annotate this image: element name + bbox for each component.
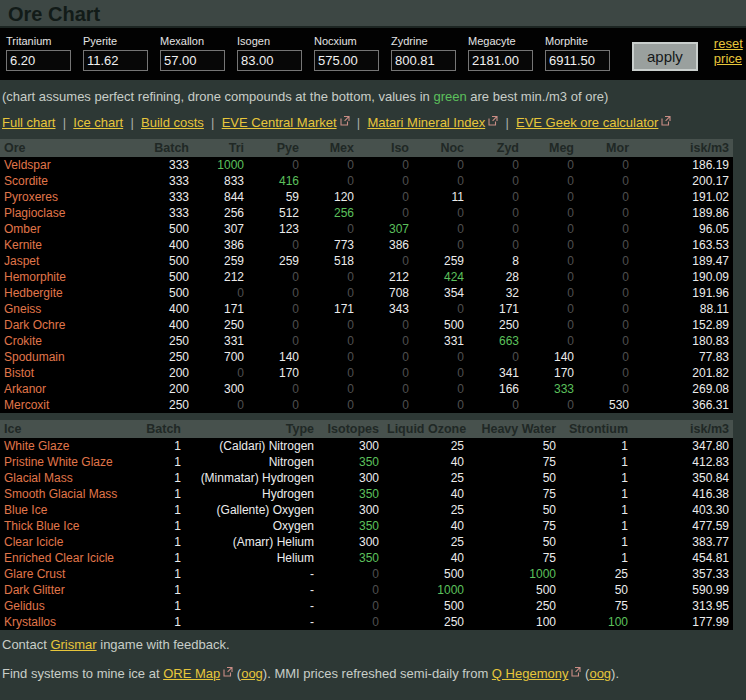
cell-value: 250	[468, 598, 560, 614]
cell-value: 200.17	[633, 173, 733, 189]
cell-value: 0	[303, 269, 358, 285]
nav-link-full-chart[interactable]: Full chart	[2, 115, 55, 130]
cell-value: 350	[318, 454, 383, 470]
cell-value: 0	[578, 253, 633, 269]
cell-value: 357.33	[632, 566, 733, 582]
price-field-label: Isogen	[237, 35, 306, 47]
nav-link-matari-mineral-index[interactable]: Matari Mineral Index	[367, 115, 485, 130]
cell-value: 350	[318, 518, 383, 534]
cell-value: 500	[120, 253, 193, 269]
nav-link-eve-central-market[interactable]: EVE Central Market	[222, 115, 337, 130]
cell-value: 0	[578, 237, 633, 253]
cell-value: 171	[193, 301, 248, 317]
pyerite-price-input[interactable]	[83, 50, 148, 71]
nocxium-price-input[interactable]	[314, 50, 379, 71]
reset-price-link[interactable]: reset price	[714, 36, 743, 66]
cell-value: 331	[413, 333, 468, 349]
cell-value: 0	[358, 397, 413, 413]
table-row: Blue Ice1(Gallente) Oxygen30025501403.30	[0, 502, 733, 518]
cell-value: 500	[413, 317, 468, 333]
column-header-mor: Mor	[578, 139, 633, 157]
grismar-link[interactable]: Grismar	[50, 637, 96, 652]
cell-value: 500	[120, 269, 193, 285]
cell-value: 0	[303, 365, 358, 381]
cell-value: 383.77	[632, 534, 733, 550]
ice-name: Clear Icicle	[0, 534, 120, 550]
cell-value: 0	[413, 173, 468, 189]
column-header-ice: Ice	[0, 420, 120, 438]
morphite-price-input[interactable]	[545, 50, 610, 71]
cell-value: 0	[578, 157, 633, 173]
nav-link-build-costs[interactable]: Build costs	[141, 115, 204, 130]
cell-value: 500	[383, 598, 468, 614]
external-link-icon	[661, 114, 671, 129]
megacyte-price-input[interactable]	[468, 50, 533, 71]
cell-value: 0	[578, 365, 633, 381]
cell-value: 50	[560, 582, 632, 598]
ore-name: Arkanor	[0, 381, 120, 397]
cell-value: 200	[120, 365, 193, 381]
ore-name: Crokite	[0, 333, 120, 349]
table-row: Glare Crust1-0500100025357.33	[0, 566, 733, 582]
column-header-isk-m3: isk/m3	[632, 420, 733, 438]
cell-value: 166	[468, 381, 523, 397]
cell-value: 341	[468, 365, 523, 381]
cell-value: 0	[413, 397, 468, 413]
cell-value: 0	[193, 285, 248, 301]
cell-value: 0	[468, 221, 523, 237]
price-field-label: Mexallon	[160, 35, 229, 47]
cell-value: 0	[318, 614, 383, 630]
nav-link-ice-chart[interactable]: Ice chart	[73, 115, 123, 130]
cell-value: 75	[468, 518, 560, 534]
cell-value: 0	[523, 173, 578, 189]
cell-value: 25	[383, 470, 468, 486]
zydrine-price-input[interactable]	[391, 50, 456, 71]
cell-value: 1	[120, 566, 185, 582]
cell-value: 0	[468, 237, 523, 253]
tritanium-price-input[interactable]	[6, 50, 71, 71]
cell-value: 424	[413, 269, 468, 285]
cell-value: 500	[120, 285, 193, 301]
apply-button[interactable]: apply	[632, 42, 698, 71]
ore-name: Omber	[0, 221, 120, 237]
cell-value: 1	[120, 598, 185, 614]
oog-link-2[interactable]: oog	[589, 666, 611, 681]
cell-value: 1	[560, 534, 632, 550]
cell-value: 259	[413, 253, 468, 269]
cell-value: 0	[193, 397, 248, 413]
ice-name: Pristine White Glaze	[0, 454, 120, 470]
cell-value: 0	[578, 333, 633, 349]
cell-value: 500	[383, 566, 468, 582]
column-header-liquid-ozone: Liquid Ozone	[383, 420, 468, 438]
cell-value: 0	[303, 349, 358, 365]
cell-value: 844	[193, 189, 248, 205]
table-row: Gelidus1-050025075313.95	[0, 598, 733, 614]
cell-value: 0	[578, 221, 633, 237]
cell-value: 0	[358, 381, 413, 397]
isogen-price-input[interactable]	[237, 50, 302, 71]
cell-value: 191.02	[633, 189, 733, 205]
oog-link-1[interactable]: oog	[241, 666, 263, 681]
cell-value: 1	[120, 582, 185, 598]
column-header-noc: Noc	[413, 139, 468, 157]
cell-value: 25	[560, 566, 632, 582]
ore-name: Dark Ochre	[0, 317, 120, 333]
nav-link-eve-geek-ore-calculator[interactable]: EVE Geek ore calculator	[516, 115, 658, 130]
cell-value: 190.09	[633, 269, 733, 285]
footer-text: ingame with feedback.	[97, 637, 230, 652]
ore-name: Spodumain	[0, 349, 120, 365]
ice-name: Enriched Clear Icicle	[0, 550, 120, 566]
column-header-meg: Meg	[523, 139, 578, 157]
mexallon-price-input[interactable]	[160, 50, 225, 71]
cell-value: 0	[413, 381, 468, 397]
ore-map-link[interactable]: ORE Map	[163, 666, 220, 681]
cell-value: 0	[523, 333, 578, 349]
table-row: Dark Glitter1-0100050050590.99	[0, 582, 733, 598]
cell-value: 75	[468, 550, 560, 566]
cell-value: 0	[358, 333, 413, 349]
ore-name: Pyroxeres	[0, 189, 120, 205]
cell-value: Oxygen	[185, 518, 318, 534]
cell-value: 366.31	[633, 397, 733, 413]
cell-value: 0	[468, 397, 523, 413]
q-hegemony-link[interactable]: Q Hegemony	[492, 666, 569, 681]
